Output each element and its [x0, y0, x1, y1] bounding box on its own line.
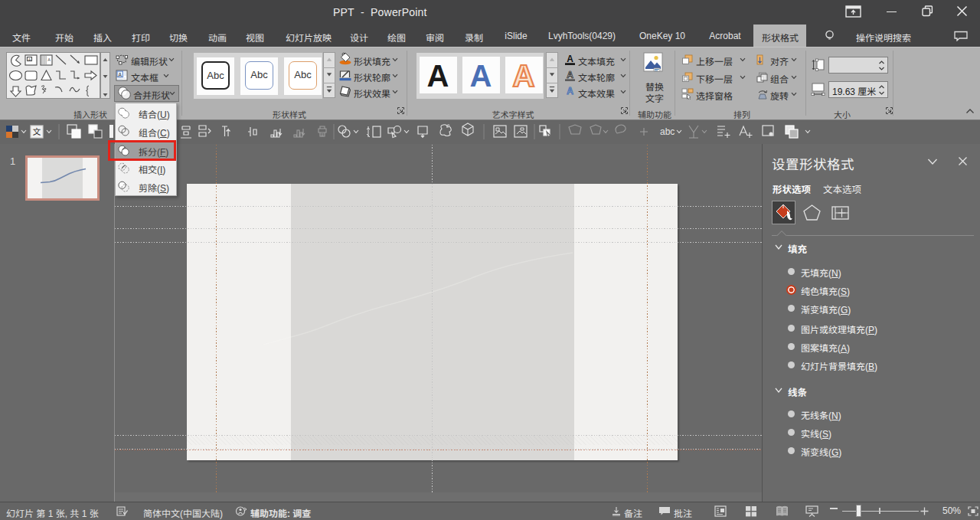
svg-text:文: 文 [33, 127, 41, 136]
svg-text:A: A [47, 57, 51, 62]
svg-text:A: A [567, 54, 573, 64]
svg-text:A: A [567, 86, 573, 96]
svg-text:A: A [28, 57, 31, 62]
svg-text:abc: abc [660, 126, 675, 137]
svg-text:A: A [567, 70, 573, 80]
svg-text:A: A [119, 72, 122, 77]
